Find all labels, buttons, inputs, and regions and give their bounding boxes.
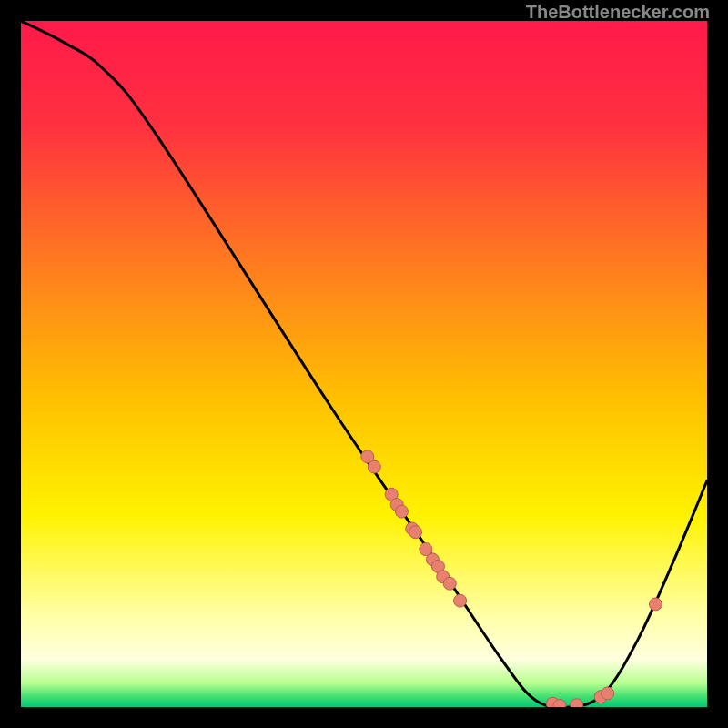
data-point [571, 699, 583, 707]
data-point [602, 687, 614, 700]
attribution-text: TheBottlenecker.com [526, 2, 710, 23]
chart-svg [21, 21, 707, 707]
data-point [368, 460, 380, 473]
plot-area [21, 21, 707, 707]
data-point [454, 594, 467, 607]
data-point [649, 598, 662, 611]
chart-container: TheBottlenecker.com [0, 0, 728, 728]
data-point [443, 577, 456, 590]
data-point [410, 526, 422, 539]
data-point [395, 505, 408, 518]
gradient-background [21, 21, 707, 707]
